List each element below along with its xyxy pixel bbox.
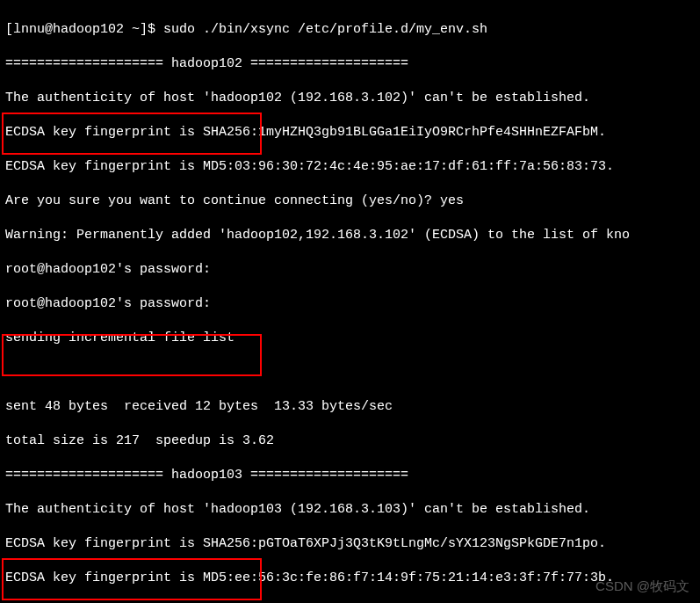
password-prompt[interactable]: root@hadoop102's password: — [5, 295, 695, 313]
blank-line — [5, 364, 695, 381]
command-prompt[interactable]: [lnnu@hadoop102 ~]$ sudo ./bin/xsync /et… — [5, 21, 695, 39]
terminal-output: [lnnu@hadoop102 ~]$ sudo ./bin/xsync /et… — [0, 0, 700, 603]
fingerprint-sha: ECDSA key fingerprint is SHA256:pGTOaT6X… — [5, 535, 695, 553]
fingerprint-sha: ECDSA key fingerprint is SHA256:1myHZHQ3… — [5, 124, 695, 142]
fingerprint-md5: ECDSA key fingerprint is MD5:03:96:30:72… — [5, 158, 695, 176]
stats-line: total size is 217 speedup is 3.62 — [5, 432, 695, 450]
confirm-prompt[interactable]: Are you sure you want to continue connec… — [5, 193, 695, 210]
watermark-text: CSDN @牧码文 — [595, 578, 689, 595]
auth-line: The authenticity of host 'hadoop102 (192… — [5, 90, 695, 107]
host-header: ==================== hadoop102 =========… — [5, 55, 695, 73]
host-header: ==================== hadoop103 =========… — [5, 467, 695, 484]
warning-line: Warning: Permanently added 'hadoop102,19… — [5, 227, 695, 244]
stats-line: sent 48 bytes received 12 bytes 13.33 by… — [5, 398, 695, 416]
password-prompt[interactable]: root@hadoop102's password: — [5, 261, 695, 279]
sending-line: sending incremental file list — [5, 330, 695, 347]
fingerprint-md5: ECDSA key fingerprint is MD5:ee:56:3c:fe… — [5, 570, 695, 587]
auth-line: The authenticity of host 'hadoop103 (192… — [5, 501, 695, 519]
